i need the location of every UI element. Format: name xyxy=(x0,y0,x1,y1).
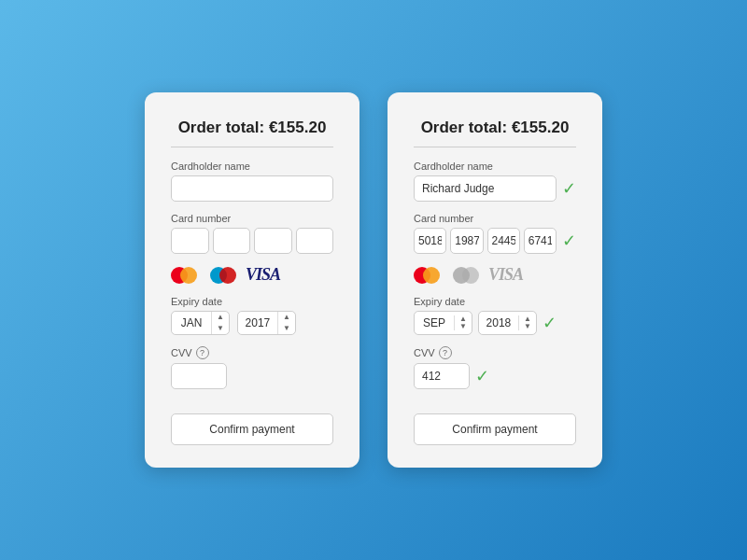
expiry-row-empty: ▲ ▼ ▲ ▼ xyxy=(171,311,333,335)
expiry-year-input-empty[interactable] xyxy=(238,312,277,334)
expiry-month-up-empty[interactable]: ▲ xyxy=(212,312,229,323)
cvv-help-icon-empty[interactable]: ? xyxy=(196,346,209,359)
expiry-month-stepper-empty: ▲ ▼ xyxy=(171,311,230,335)
card-seg3-filled[interactable] xyxy=(487,228,520,254)
cardholder-label-filled: Cardholder name xyxy=(414,161,576,172)
expiry-year-down-empty[interactable]: ▼ xyxy=(278,323,295,334)
visa-logo-filled: VISA xyxy=(488,265,523,285)
payment-form-empty: Order total: €155.20 Cardholder name Car… xyxy=(145,92,359,468)
expiry-year-down-filled[interactable]: ▼ xyxy=(519,323,536,330)
card-seg1-empty[interactable] xyxy=(171,228,209,254)
expiry-year-arrows-filled: ▲ ▼ xyxy=(518,315,536,330)
confirm-button-empty[interactable]: Confirm payment xyxy=(171,413,333,445)
maestro-logo-empty xyxy=(210,266,240,285)
expiry-month-down-empty[interactable]: ▼ xyxy=(212,323,229,334)
cvv-label-row-empty: CVV ? xyxy=(171,346,333,359)
cvv-input-empty[interactable] xyxy=(171,363,227,389)
card-number-label-empty: Card number xyxy=(171,213,333,224)
order-total-empty: Order total: €155.20 xyxy=(171,119,333,137)
expiry-year-stepper-empty: ▲ ▼ xyxy=(237,311,296,335)
maestro-logo-filled xyxy=(453,266,483,285)
card-seg1-filled[interactable] xyxy=(414,228,446,254)
card-number-field-filled: Card number ✓ xyxy=(414,213,576,254)
order-total-filled: Order total: €155.20 xyxy=(414,119,576,137)
expiry-month-arrows-filled: ▲ ▼ xyxy=(454,315,472,330)
cardholder-row-filled: ✓ xyxy=(414,175,576,202)
maestro-circle-right-empty xyxy=(219,267,236,284)
cvv-label-empty: CVV xyxy=(171,347,192,358)
card-seg3-empty[interactable] xyxy=(254,228,292,254)
card-seg2-empty[interactable] xyxy=(213,228,251,254)
cardholder-field-empty: Cardholder name xyxy=(171,161,333,202)
expiry-row-filled: ▲ ▼ ▲ ▼ ✓ xyxy=(414,311,576,335)
payment-logos-empty: VISA xyxy=(171,265,333,285)
visa-logo-empty: VISA xyxy=(246,265,280,285)
cardholder-check-icon: ✓ xyxy=(562,178,576,199)
cardholder-input-filled[interactable] xyxy=(414,175,557,202)
card-seg2-filled[interactable] xyxy=(450,228,483,254)
card-number-inputs-filled xyxy=(414,228,557,254)
mc-circle-right-empty xyxy=(180,267,197,284)
cardholder-input-empty[interactable] xyxy=(171,175,333,202)
card-seg4-filled[interactable] xyxy=(524,228,557,254)
expiry-field-empty: Expiry date ▲ ▼ ▲ ▼ xyxy=(171,296,333,335)
expiry-month-input-filled[interactable] xyxy=(415,312,454,334)
card-number-field-empty: Card number xyxy=(171,213,333,254)
card-seg4-empty[interactable] xyxy=(296,228,334,254)
cardholder-field-filled: Cardholder name ✓ xyxy=(414,161,576,202)
cardholder-label-empty: Cardholder name xyxy=(171,161,333,172)
card-number-check-icon: ✓ xyxy=(562,231,576,251)
card-number-row-empty xyxy=(171,228,333,254)
card-number-row-filled: ✓ xyxy=(414,228,576,254)
mastercard-logo-empty xyxy=(171,266,201,285)
cvv-field-filled: CVV ? ✓ xyxy=(414,346,576,389)
payment-logos-filled: VISA xyxy=(414,265,576,285)
cvv-check-icon: ✓ xyxy=(475,366,489,386)
expiry-year-stepper-filled: ▲ ▼ xyxy=(478,311,537,335)
expiry-year-arrows-empty: ▲ ▼ xyxy=(277,312,295,334)
divider-empty xyxy=(171,147,333,147)
payment-form-filled: Order total: €155.20 Cardholder name ✓ C… xyxy=(388,92,602,468)
mc-circle-right-filled xyxy=(423,267,440,284)
divider-filled xyxy=(414,147,576,147)
expiry-year-up-empty[interactable]: ▲ xyxy=(278,312,295,323)
cvv-label-filled: CVV xyxy=(414,347,435,358)
expiry-label-empty: Expiry date xyxy=(171,296,333,307)
expiry-year-input-filled[interactable] xyxy=(479,312,518,334)
card-number-label-filled: Card number xyxy=(414,213,576,224)
cvv-label-row-filled: CVV ? xyxy=(414,346,576,359)
expiry-month-down-filled[interactable]: ▼ xyxy=(455,323,472,330)
cvv-field-empty: CVV ? xyxy=(171,346,333,389)
mastercard-logo-filled xyxy=(414,266,444,285)
expiry-month-arrows-empty: ▲ ▼ xyxy=(211,312,229,334)
cvv-row-filled: ✓ xyxy=(414,363,576,389)
cvv-input-filled[interactable] xyxy=(414,363,470,389)
expiry-month-input-empty[interactable] xyxy=(172,312,211,334)
maestro-circle-right-filled xyxy=(462,267,479,284)
expiry-check-icon: ✓ xyxy=(543,313,557,333)
expiry-month-stepper-filled: ▲ ▼ xyxy=(414,311,472,335)
expiry-field-filled: Expiry date ▲ ▼ ▲ ▼ ✓ xyxy=(414,296,576,335)
confirm-button-filled[interactable]: Confirm payment xyxy=(414,413,576,445)
expiry-label-filled: Expiry date xyxy=(414,296,576,307)
cvv-help-icon-filled[interactable]: ? xyxy=(439,346,452,359)
